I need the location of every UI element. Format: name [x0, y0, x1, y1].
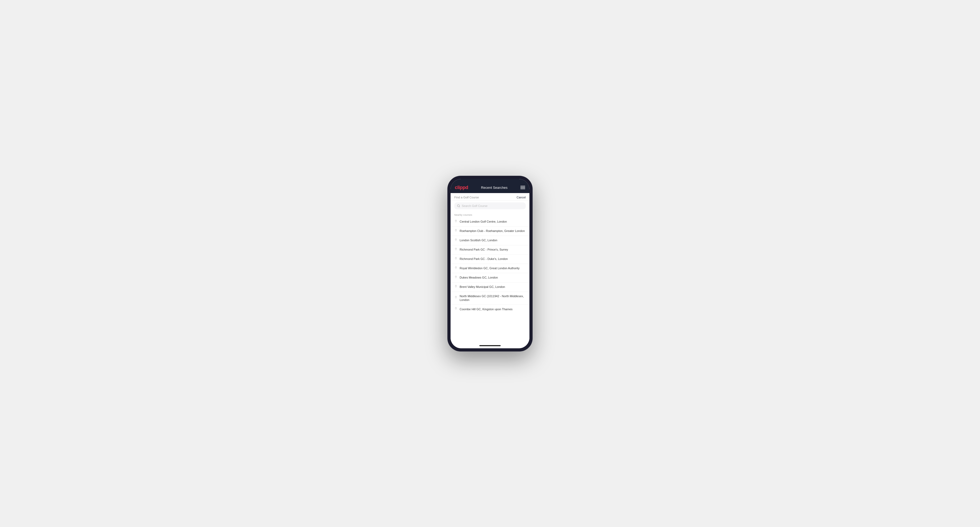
- home-indicator: [450, 343, 530, 348]
- pin-icon-6: [454, 276, 458, 280]
- course-item-6[interactable]: Dukes Meadows GC, London: [450, 273, 530, 283]
- hamburger-menu-button[interactable]: [520, 186, 525, 189]
- phone-screen: clippd Recent Searches Find a Golf Cours…: [450, 179, 530, 348]
- search-box[interactable]: Search Golf Course: [454, 202, 526, 209]
- pin-icon-9: [454, 307, 458, 311]
- course-name-7: Brent Valley Municipal GC, London: [460, 285, 505, 289]
- svg-point-5: [456, 248, 456, 249]
- app-logo: clippd: [455, 185, 468, 190]
- search-header: Find a Golf Course Cancel: [450, 193, 530, 201]
- course-name-6: Dukes Meadows GC, London: [460, 276, 498, 279]
- svg-point-7: [456, 267, 456, 267]
- pin-icon-1: [454, 229, 458, 233]
- svg-point-2: [456, 220, 456, 221]
- pin-icon-5: [454, 266, 458, 271]
- search-box-container: Search Golf Course: [450, 201, 530, 212]
- course-item-3[interactable]: Richmond Park GC - Prince's, Surrey: [450, 245, 530, 255]
- nav-bar: clippd Recent Searches: [450, 182, 530, 193]
- svg-point-6: [456, 257, 456, 258]
- svg-point-3: [456, 230, 456, 230]
- course-name-2: London Scottish GC, London: [460, 238, 497, 242]
- pin-icon-0: [454, 220, 458, 224]
- menu-line-2: [520, 187, 525, 188]
- svg-point-11: [456, 308, 456, 308]
- home-bar: [479, 345, 501, 346]
- search-input-placeholder[interactable]: Search Golf Course: [462, 204, 523, 208]
- svg-line-1: [459, 206, 460, 207]
- svg-point-9: [456, 286, 456, 286]
- courses-list: Central London Golf Centre, London Roeha…: [450, 217, 530, 343]
- nearby-section-label: Nearby courses: [450, 212, 530, 217]
- pin-icon-7: [454, 285, 458, 289]
- course-item-4[interactable]: Richmond Park GC - Duke's, London: [450, 255, 530, 264]
- phone-frame: clippd Recent Searches Find a Golf Cours…: [447, 176, 533, 351]
- course-item-1[interactable]: Roehampton Club - Roehampton, Greater Lo…: [450, 227, 530, 236]
- find-label: Find a Golf Course: [454, 196, 479, 199]
- course-name-4: Richmond Park GC - Duke's, London: [460, 257, 508, 261]
- menu-line-3: [520, 189, 525, 189]
- course-item-5[interactable]: Royal Wimbledon GC, Great London Authori…: [450, 264, 530, 273]
- svg-point-4: [456, 239, 456, 240]
- course-name-8: North Middlesex GC (1011942 - North Midd…: [460, 294, 526, 302]
- pin-icon-2: [454, 238, 458, 243]
- course-name-3: Richmond Park GC - Prince's, Surrey: [460, 248, 508, 252]
- status-bar: [450, 179, 530, 182]
- course-name-0: Central London Golf Centre, London: [460, 220, 507, 224]
- course-name-1: Roehampton Club - Roehampton, Greater Lo…: [460, 229, 525, 233]
- course-item-8[interactable]: North Middlesex GC (1011942 - North Midd…: [450, 292, 530, 305]
- menu-line-1: [520, 186, 525, 186]
- course-item-9[interactable]: Coombe Hill GC, Kingston upon Thames: [450, 305, 530, 314]
- course-item-2[interactable]: London Scottish GC, London: [450, 236, 530, 245]
- course-name-5: Royal Wimbledon GC, Great London Authori…: [460, 266, 520, 270]
- search-icon: [457, 204, 460, 208]
- svg-point-8: [456, 276, 456, 277]
- pin-icon-3: [454, 248, 458, 252]
- pin-icon-8: [454, 296, 458, 300]
- svg-point-10: [456, 297, 456, 297]
- course-item-7[interactable]: Brent Valley Municipal GC, London: [450, 283, 530, 292]
- course-item-0[interactable]: Central London Golf Centre, London: [450, 217, 530, 227]
- cancel-button[interactable]: Cancel: [517, 196, 526, 199]
- nav-title: Recent Searches: [481, 186, 508, 190]
- course-name-9: Coombe Hill GC, Kingston upon Thames: [460, 307, 513, 311]
- pin-icon-4: [454, 257, 458, 261]
